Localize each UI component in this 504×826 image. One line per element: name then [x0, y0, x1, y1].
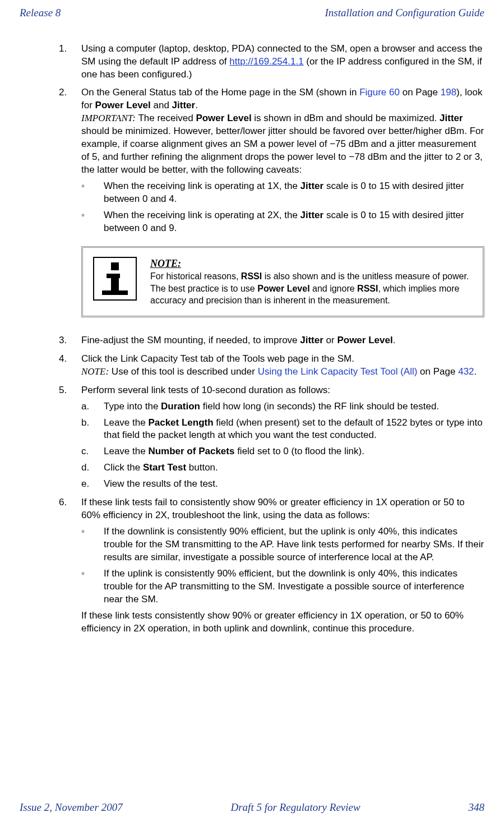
step-3-number: 3. — [59, 334, 67, 347]
step-5d: d.Click the Start Test button. — [81, 462, 484, 474]
note-callout: NOTE: For historical reasons, RSSI is al… — [81, 246, 484, 317]
note-label: NOTE: — [150, 258, 181, 269]
main-content: 1. Using a computer (laptop, desktop, PD… — [20, 43, 484, 801]
step-5a: a.Type into the Duration field how long … — [81, 400, 484, 413]
step-5c: c.Leave the Number of Packets field set … — [81, 445, 484, 458]
step-6-sub-1: ◦If the downlink is consistently 90% eff… — [81, 525, 484, 564]
page-198-xref[interactable]: 198 — [441, 87, 456, 98]
step-2: 2. On the General Status tab of the Home… — [59, 86, 484, 317]
page-footer: Issue 2, November 2007 Draft 5 for Regul… — [20, 800, 484, 815]
important-label: IMPORTANT: — [81, 113, 136, 123]
footer-right: 348 — [469, 800, 485, 815]
step-6-sub-2: ◦If the uplink is consistently 90% effic… — [81, 567, 484, 606]
step-1: 1. Using a computer (laptop, desktop, PD… — [59, 43, 484, 81]
step-6: 6. If these link tests fail to consisten… — [59, 496, 484, 635]
step-5-number: 5. — [59, 384, 67, 397]
step-1-number: 1. — [59, 43, 67, 56]
step-4-number: 4. — [59, 353, 67, 366]
bullet-icon: ◦ — [81, 567, 85, 580]
page-header: Release 8 Installation and Configuration… — [20, 6, 484, 20]
step-4: 4. Click the Link Capacity Test tab of t… — [59, 353, 484, 379]
note-inline-label: NOTE: — [81, 366, 109, 377]
step-5e: e.View the results of the test. — [81, 478, 484, 491]
bullet-icon: ◦ — [81, 180, 85, 193]
step-6-closing: If these link tests consistently show 90… — [81, 610, 484, 635]
bullet-icon: ◦ — [81, 525, 85, 538]
step-3: 3. Fine-adjust the SM mounting, if neede… — [59, 334, 484, 347]
step-2-number: 2. — [59, 86, 67, 99]
header-left: Release 8 — [20, 6, 61, 20]
info-icon — [93, 257, 137, 301]
footer-center: Draft 5 for Regulatory Review — [231, 800, 360, 815]
link-capacity-test-xref[interactable]: Using the Link Capacity Test Tool (All) — [258, 366, 418, 377]
header-right: Installation and Configuration Guide — [325, 6, 484, 20]
figure-60-xref[interactable]: Figure 60 — [359, 87, 400, 98]
step-5b: b.Leave the Packet Length field (when pr… — [81, 417, 484, 442]
step-2-sub-1: ◦ When the receiving link is operating a… — [81, 180, 484, 206]
step-6-number: 6. — [59, 496, 67, 509]
sm-default-ip-link[interactable]: http://169.254.1.1 — [229, 56, 303, 67]
step-2-sub-2: ◦ When the receiving link is operating a… — [81, 209, 484, 235]
step-5: 5. Perform several link tests of 10-seco… — [59, 384, 484, 491]
note-text: NOTE: For historical reasons, RSSI is al… — [150, 257, 473, 307]
page-432-xref[interactable]: 432 — [458, 366, 474, 377]
footer-left: Issue 2, November 2007 — [20, 800, 123, 815]
bullet-icon: ◦ — [81, 209, 85, 222]
